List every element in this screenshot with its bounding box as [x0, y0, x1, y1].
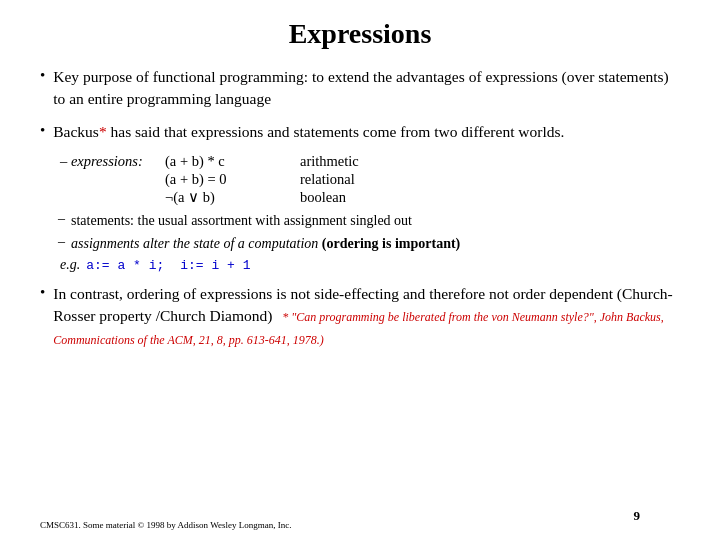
assignments-item: – assignments alter the state of a compu… — [58, 234, 680, 254]
slide-title: Expressions — [40, 18, 680, 50]
assignments-dash: – — [58, 234, 65, 250]
statements-text: statements: the usual assortment with as… — [71, 211, 412, 231]
bullet-dot-2: • — [40, 122, 45, 139]
footnote-left: CMSC631. Some material © 1998 by Addison… — [40, 520, 291, 532]
expr-formula-3: ¬(a ∨ b) — [165, 189, 300, 206]
bullet-text-1: Key purpose of functional programming: t… — [53, 66, 680, 111]
expr-label-empty — [60, 171, 165, 188]
statements-item: – statements: the usual assortment with … — [58, 211, 680, 231]
eg-code-2: i:= i + 1 — [180, 258, 250, 273]
slide: Expressions • Key purpose of functional … — [0, 0, 720, 540]
bullet-text-3: In contrast, ordering of expressions is … — [53, 283, 680, 350]
expr-type-3: boolean — [300, 189, 346, 206]
backus-star: * — [99, 123, 107, 140]
expr-formula-2: (a + b) = 0 — [165, 171, 300, 188]
expr-label-empty2 — [60, 189, 165, 206]
assignments-italic: assignments alter the state of a computa… — [71, 236, 318, 251]
eg-row: e.g. a:= a * i; i:= i + 1 — [60, 257, 680, 273]
eg-code-1: a:= a * i; — [86, 258, 164, 273]
bottom-note: CMSC631. Some material © 1998 by Addison… — [40, 520, 680, 532]
assignments-text: assignments alter the state of a computa… — [71, 234, 460, 254]
expr-type-1: arithmetic — [300, 153, 359, 170]
bullet-item-3: • In contrast, ordering of expressions i… — [40, 283, 680, 350]
expr-type-2: relational — [300, 171, 355, 188]
bullet-dot-1: • — [40, 67, 45, 84]
assignments-bold: (ordering is important) — [322, 236, 460, 251]
expr-row-1: – expressions: (a + b) * c arithmetic — [60, 153, 680, 170]
expr-row-2: (a + b) = 0 relational — [60, 171, 680, 188]
bullet-item-1: • Key purpose of functional programming:… — [40, 66, 680, 111]
page-number: 9 — [634, 508, 641, 524]
backus-text: Backus — [53, 123, 99, 140]
eg-label: e.g. — [60, 257, 80, 273]
bullet-dot-3: • — [40, 284, 45, 301]
statements-main: statements: the usual assortment with as… — [71, 213, 412, 228]
statements-dash: – — [58, 211, 65, 227]
bullet-text-2: Backus* has said that expressions and st… — [53, 121, 564, 143]
expr-formula-1: (a + b) * c — [165, 153, 300, 170]
bullet-item-2: • Backus* has said that expressions and … — [40, 121, 680, 143]
expr-label: – expressions: — [60, 153, 165, 170]
backus-after: has said that expressions and statements… — [107, 123, 565, 140]
expressions-block: – expressions: (a + b) * c arithmetic (a… — [60, 153, 680, 206]
expr-row-3: ¬(a ∨ b) boolean — [60, 189, 680, 206]
